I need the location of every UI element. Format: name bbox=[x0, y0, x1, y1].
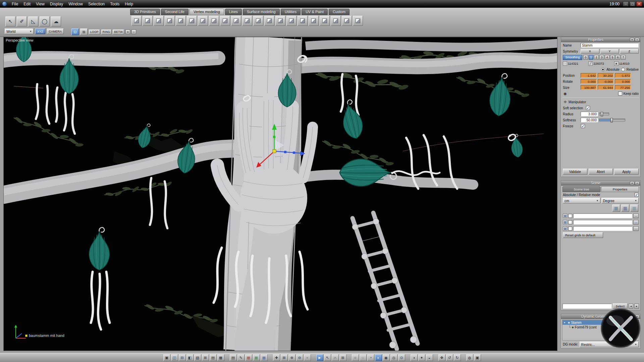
grid-browse-button[interactable]: ... bbox=[633, 214, 639, 218]
grid-browse-button[interactable]: ... bbox=[633, 226, 639, 231]
fast-extrude-icon[interactable] bbox=[198, 16, 208, 26]
loop-button[interactable]: LOOP bbox=[89, 29, 100, 35]
shaded-wire-icon[interactable]: ◎ bbox=[390, 354, 397, 361]
close-button[interactable]: ✕ bbox=[636, 1, 642, 6]
smoothing-level-7[interactable]: 7 bbox=[621, 55, 626, 60]
tab-lines[interactable]: Lines bbox=[225, 9, 242, 15]
smoothing-level-3[interactable]: 3 bbox=[599, 55, 604, 60]
ring-button[interactable]: RING bbox=[101, 29, 111, 35]
orbit-view-icon[interactable]: ↺ bbox=[446, 354, 453, 361]
grid-enable-checkbox[interactable]: ✓ bbox=[568, 220, 572, 224]
grid-name-field[interactable] bbox=[573, 214, 632, 218]
layout-wide-view-icon[interactable]: ▤ bbox=[210, 354, 217, 361]
tab-3d-primitives[interactable]: 3D Primitives bbox=[130, 9, 160, 15]
smoothing-level-4[interactable]: 4 bbox=[605, 55, 609, 60]
layout-single-view-icon[interactable]: ▣ bbox=[163, 354, 170, 361]
tab-surface-modeling[interactable]: Surface modeling bbox=[243, 9, 280, 15]
uv-grid-red-icon[interactable]: ▦ bbox=[245, 354, 252, 361]
average-weld-icon[interactable] bbox=[298, 16, 308, 26]
layout-three-left-icon[interactable]: ◧ bbox=[186, 354, 194, 361]
keep-ratio-checkbox[interactable]: ✓ bbox=[618, 92, 622, 96]
smoothing-level-5[interactable]: 5 bbox=[610, 55, 615, 60]
tessellate-tool-icon[interactable] bbox=[264, 16, 274, 26]
next-selection-icon[interactable]: ▸ bbox=[634, 304, 639, 309]
pan-view-icon[interactable]: ✚ bbox=[273, 354, 280, 361]
rotate-tool-icon[interactable] bbox=[143, 16, 153, 26]
smoothing-level-0[interactable]: 0 bbox=[583, 55, 588, 60]
grid-enable-checkbox[interactable]: ✓ bbox=[568, 227, 572, 231]
extrude-surface-icon[interactable] bbox=[209, 16, 219, 26]
select-arrow-icon[interactable]: ↖ bbox=[5, 16, 15, 26]
viewport-3d[interactable]: Perspective view baumstamm mit hand bbox=[3, 37, 557, 351]
shrink-selection-icon[interactable]: − bbox=[131, 29, 136, 34]
relative-radio[interactable] bbox=[621, 68, 625, 71]
rotate-z-field[interactable] bbox=[615, 79, 631, 84]
layout-two-horizontal-icon[interactable]: ⊟ bbox=[179, 354, 186, 361]
menu-tools[interactable]: Tools bbox=[107, 1, 122, 7]
smooth-tool-icon[interactable] bbox=[231, 16, 241, 26]
zoom-out-icon[interactable]: ⊖ bbox=[296, 354, 303, 361]
weld-points-icon[interactable] bbox=[286, 16, 297, 26]
softness-field[interactable] bbox=[581, 118, 598, 122]
frame-all-icon[interactable]: ⊞ bbox=[281, 354, 288, 361]
uv-grid-green-icon[interactable]: ▦ bbox=[253, 354, 260, 361]
snap-translate-icon[interactable]: ↖ bbox=[324, 354, 331, 361]
decimate-tool-icon[interactable] bbox=[331, 16, 341, 26]
radius-field[interactable] bbox=[581, 112, 598, 116]
scene-render[interactable] bbox=[4, 37, 557, 351]
tab-second-life[interactable]: Second Life bbox=[161, 9, 189, 15]
circle-select-icon[interactable]: ◯ bbox=[40, 16, 50, 26]
backface-cull-icon[interactable]: ◑ bbox=[411, 354, 418, 361]
tab-utilities[interactable]: Utilities bbox=[281, 9, 301, 15]
menu-selection[interactable]: Selection bbox=[86, 1, 107, 7]
tweak-tool-icon[interactable] bbox=[242, 16, 252, 26]
sweep-surface-icon[interactable] bbox=[220, 16, 230, 26]
tab-vertex-modeling[interactable]: Vertex modeling bbox=[190, 9, 224, 15]
symmetry-x-button[interactable]: X bbox=[581, 49, 599, 54]
smoothing-level-2[interactable]: 2 bbox=[594, 55, 599, 60]
symmetry-y-button[interactable]: Y bbox=[600, 49, 619, 54]
panel-close-icon[interactable]: ✕ bbox=[635, 38, 639, 42]
apply-button[interactable]: Apply bbox=[614, 169, 639, 175]
stretch-tool-icon[interactable] bbox=[131, 16, 142, 26]
xray-mode-icon[interactable]: ⊙ bbox=[398, 354, 405, 361]
grid-name-field[interactable] bbox=[573, 226, 632, 231]
camera-button[interactable]: CAMERA bbox=[47, 28, 64, 34]
scene-filter-input[interactable] bbox=[562, 304, 612, 309]
tab-custom[interactable]: Custom bbox=[329, 9, 350, 15]
lighting-toggle-icon[interactable]: ✦ bbox=[418, 354, 425, 361]
extract-faces-icon[interactable] bbox=[187, 16, 197, 26]
snap-magnet-icon[interactable]: ∩ bbox=[332, 354, 339, 361]
panel-close-icon[interactable]: ✕ bbox=[635, 181, 639, 185]
render-preview-icon[interactable]: ◍ bbox=[466, 354, 473, 361]
smoothing-level-1[interactable]: 1 bbox=[589, 55, 593, 60]
chamfer-tool-icon[interactable] bbox=[309, 16, 319, 26]
xyz-button[interactable]: XYZ bbox=[35, 28, 45, 34]
rotate-y-field[interactable] bbox=[598, 79, 614, 84]
select-points-mode-icon[interactable]: ⊡ bbox=[71, 28, 79, 35]
freeze-checkbox[interactable]: ✓ bbox=[581, 124, 585, 128]
rotate-x-field[interactable] bbox=[581, 79, 597, 84]
size-y-field[interactable] bbox=[598, 85, 614, 90]
offset-tool-icon[interactable] bbox=[165, 16, 175, 26]
size-z-field[interactable] bbox=[615, 85, 631, 90]
dolly-view-icon[interactable]: ↻ bbox=[454, 354, 461, 361]
dissolve-tool-icon[interactable] bbox=[275, 16, 285, 26]
paint-select-icon[interactable]: ☁ bbox=[51, 16, 61, 26]
tree-expand-icon[interactable]: ▾ bbox=[564, 321, 567, 324]
grid-layer-2-icon[interactable]: ▦ bbox=[563, 220, 567, 224]
zoom-in-icon[interactable]: ⊕ bbox=[288, 354, 296, 361]
grid-browse-button[interactable]: ... bbox=[633, 220, 639, 225]
scale-tool-icon[interactable] bbox=[154, 16, 164, 26]
bridge-tool-icon[interactable] bbox=[253, 16, 263, 26]
smooth-shading-icon[interactable]: ◐ bbox=[375, 354, 382, 361]
tab-uv-paint[interactable]: UV & Paint bbox=[302, 9, 328, 15]
position-z-field[interactable] bbox=[615, 73, 631, 78]
select-cursor-icon[interactable]: ► bbox=[316, 354, 323, 361]
grid-enable-checkbox[interactable]: ✓ bbox=[568, 214, 572, 218]
prev-selection-icon[interactable]: ◂ bbox=[629, 304, 633, 309]
uv-grid-blue-icon[interactable]: ▦ bbox=[261, 354, 268, 361]
validate-button[interactable]: Validate bbox=[563, 169, 587, 175]
select-faces-mode-icon[interactable]: ⊞ bbox=[80, 28, 88, 35]
app-icon[interactable] bbox=[2, 1, 7, 6]
